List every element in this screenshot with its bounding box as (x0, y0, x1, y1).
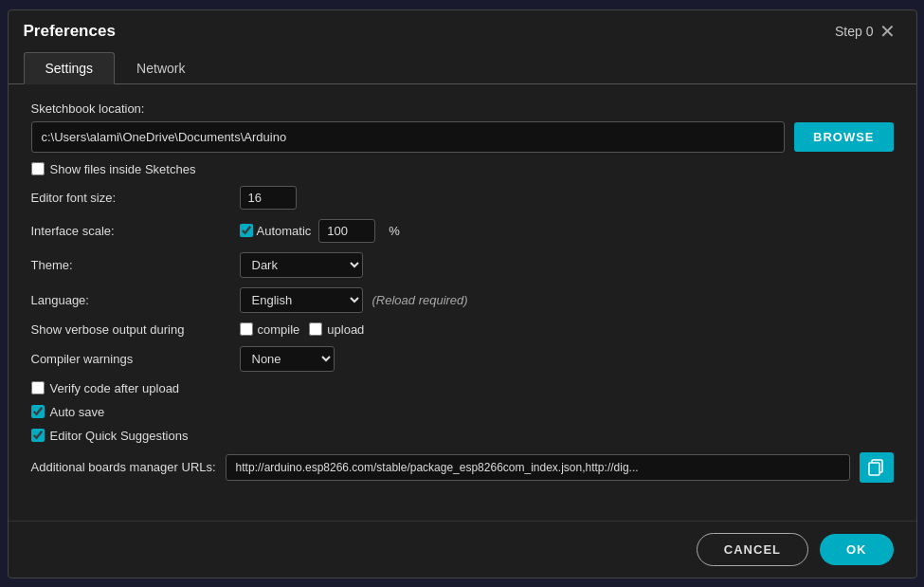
compile-verbose-item: compile (240, 322, 300, 337)
verbose-label: Show verbose output during (31, 322, 240, 337)
interface-scale-label: Interface scale: (31, 224, 240, 238)
svg-rect-1 (869, 463, 879, 475)
interface-scale-row: Interface scale: Automatic % (31, 219, 894, 243)
compiler-warnings-select[interactable]: None Default More All (240, 346, 335, 372)
automatic-checkbox[interactable] (240, 224, 253, 237)
urls-input[interactable] (226, 454, 850, 481)
auto-save-row: Auto save (31, 405, 894, 419)
editor-font-size-label: Editor font size: (31, 191, 240, 205)
percent-label: % (389, 224, 400, 238)
urls-section: Additional boards manager URLs: (31, 452, 894, 483)
sketchbook-input[interactable] (31, 121, 786, 153)
tab-bar: Settings Network (9, 52, 916, 84)
urls-label: Additional boards manager URLs: (31, 460, 216, 474)
editor-font-size-input[interactable] (240, 186, 297, 210)
theme-select[interactable]: Dark Light (240, 252, 363, 278)
close-button[interactable]: ✕ (874, 20, 901, 43)
scale-value-input[interactable] (318, 219, 375, 243)
compile-checkbox[interactable] (240, 322, 253, 336)
upload-label: upload (327, 322, 364, 337)
interface-scale-controls: Automatic % (240, 219, 400, 243)
editor-quick-label: Editor Quick Suggestions (50, 429, 189, 443)
browse-button[interactable]: BROWSE (794, 122, 894, 152)
theme-row: Theme: Dark Light (31, 252, 894, 278)
compile-label: compile (258, 322, 300, 337)
settings-content: Sketchbook location: BROWSE Show files i… (9, 84, 916, 521)
dialog-footer: CANCEL OK (9, 521, 916, 578)
cancel-button[interactable]: CANCEL (697, 533, 808, 566)
verbose-controls: compile upload (240, 322, 365, 337)
dialog-title: Preferences (24, 22, 116, 41)
sketchbook-row: BROWSE (31, 121, 894, 153)
auto-save-checkbox[interactable] (31, 405, 45, 418)
url-edit-button[interactable] (860, 452, 894, 483)
tab-settings[interactable]: Settings (24, 52, 116, 84)
sketchbook-label: Sketchbook location: (31, 101, 894, 116)
auto-save-label: Auto save (50, 405, 105, 419)
compiler-warnings-row: Compiler warnings None Default More All (31, 346, 894, 372)
sketchbook-section: Sketchbook location: BROWSE (31, 101, 894, 153)
title-bar: Preferences Step 0 ✕ (9, 10, 916, 48)
tab-network[interactable]: Network (115, 52, 207, 84)
upload-verbose-item: upload (309, 322, 364, 337)
verify-code-checkbox[interactable] (31, 381, 45, 394)
upload-checkbox[interactable] (309, 322, 322, 336)
show-files-checkbox[interactable] (31, 162, 45, 175)
editor-quick-row: Editor Quick Suggestions (31, 429, 894, 443)
show-files-row: Show files inside Sketches (31, 162, 894, 176)
copy-icon (868, 459, 885, 476)
language-select[interactable]: English Deutsch Español Français (240, 287, 363, 313)
theme-label: Theme: (31, 258, 240, 272)
step-label: Step 0 (835, 24, 873, 39)
verify-code-row: Verify code after upload (31, 381, 894, 395)
preferences-dialog: Preferences Step 0 ✕ Settings Network Sk… (8, 9, 917, 578)
editor-font-size-row: Editor font size: (31, 186, 894, 210)
editor-quick-checkbox[interactable] (31, 429, 45, 442)
verbose-row: Show verbose output during compile uploa… (31, 322, 894, 337)
compiler-warnings-label: Compiler warnings (31, 352, 240, 366)
automatic-checkbox-row: Automatic (240, 224, 312, 238)
language-row: Language: English Deutsch Español França… (31, 287, 894, 313)
automatic-label: Automatic (257, 224, 312, 238)
ok-button[interactable]: OK (820, 534, 894, 565)
verify-code-label: Verify code after upload (50, 381, 180, 395)
language-label: Language: (31, 293, 240, 307)
show-files-label: Show files inside Sketches (50, 162, 196, 176)
reload-note: (Reload required) (372, 293, 468, 307)
